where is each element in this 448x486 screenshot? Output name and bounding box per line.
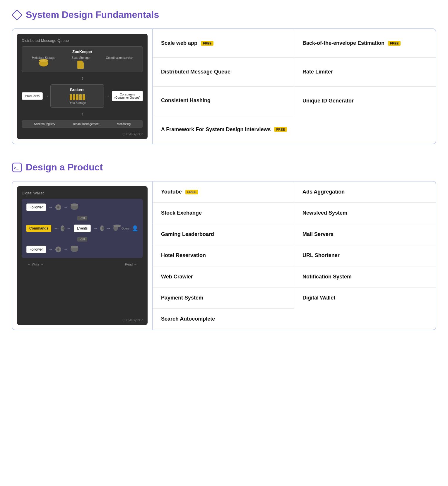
fundamentals-content-row: Distributed Message Queue ZooKeeper Meta… [12,28,436,144]
dw-row-3: Follower → → [26,246,138,253]
grid-item-unique-id[interactable]: Unique ID Generator [294,87,436,115]
mq-bars-icon [54,94,101,100]
grid-item-ads-aggregation[interactable]: Ads Aggregation [294,182,436,203]
mq-monitoring: Monitoring [117,122,131,126]
section-header-fundamentals: System Design Fundamentals [12,9,436,20]
section-title-fundamentals: System Design Fundamentals [26,9,159,20]
bar-1 [70,94,72,100]
section-header-product: >_ Design a Product [12,162,436,173]
dw-raft-label-2: Raft [77,237,87,242]
grid-item-youtube[interactable]: Youtube FREE [153,182,294,203]
grid-item-web-crawler[interactable]: Web Crawler [153,266,294,288]
mq-data-storage-label: Data Storage [54,101,101,105]
dw-arrow-c4: → [106,226,111,231]
arrow-down-1: ↕ [22,76,143,81]
dw-raft-1-container: Raft [26,215,138,220]
dw-arrow-c3: → [93,226,98,231]
arrow-down-2: ↕ [22,111,143,117]
mq-zk-items: Metadata Storage State Storage Coordin [25,56,140,69]
dw-follower-2: Follower [26,246,46,253]
grid-item-rate-limiter[interactable]: Rate Limiter [294,58,436,86]
bar-4 [79,94,82,100]
grid-item-url-shortener[interactable]: URL Shortener [294,245,436,266]
dw-follower-1: Follower [26,203,46,211]
bar-5 [83,94,85,100]
dw-arrow-c1: → [54,226,58,231]
svg-rect-0 [12,10,22,20]
mq-diagram-content: ZooKeeper Metadata Storage State Storage [22,46,143,128]
grid-item-notification-system[interactable]: Notification System [294,266,436,288]
mq-diagram-box: Distributed Message Queue ZooKeeper Meta… [17,34,148,139]
dw-write-label: ←Write→ [28,263,44,266]
fundamentals-items-grid: Scale web app FREE Back-of-the-envelope … [153,29,436,144]
grid-item-framework[interactable]: A Framework For System Design Interviews… [153,115,436,144]
grid-item-payment-system[interactable]: Payment System [153,288,294,309]
mq-diagram-panel: Distributed Message Queue ZooKeeper Meta… [12,29,153,144]
state-doc-icon [77,61,84,69]
grid-item-back-envelope[interactable]: Back-of-the-envelope Estimation FREE [294,29,436,58]
dw-db-3 [71,247,78,252]
terminal-icon: >_ [12,162,22,173]
dw-person-icon: 👤 [132,225,138,232]
dw-gear-1 [55,204,61,210]
dw-arrow-f2: → [64,205,68,210]
bar-2 [73,94,75,100]
mq-metadata-item: Metadata Storage [32,56,55,66]
dw-inner-box: Follower → → Raft [22,199,143,258]
grid-item-newsfeed-system[interactable]: Newsfeed System [294,203,436,224]
mq-schema-registry: Schema registry [34,122,55,126]
dw-db-2 [113,226,118,231]
grid-item-stock-exchange[interactable]: Stock Exchange [153,203,294,224]
dw-gear-2 [61,225,64,231]
grid-item-dmq[interactable]: Distributed Message Queue [153,58,294,86]
mq-watermark: ⬡ ByteByteGo [122,132,143,136]
dw-watermark: ⬡ ByteByteGo [122,318,143,322]
diamond-icon [12,10,22,20]
dw-arrow-f4: → [64,247,68,252]
dw-db-1 [71,205,78,210]
mq-arrow-1: → [45,94,49,98]
mq-brokers-box: Brokers Data Storage [50,84,104,108]
dw-diagram-panel: Digital Wallet Follower → → [12,182,153,330]
grid-item-hotel-reservation[interactable]: Hotel Reservation [153,245,294,266]
grid-item-digital-wallet[interactable]: Digital Wallet [294,288,436,309]
product-items-grid: Youtube FREE Ads Aggregation Stock Excha… [153,182,436,330]
mq-producers-node: Producers [22,92,43,100]
dw-gear-3 [100,225,104,231]
mq-diagram-title: Distributed Message Queue [22,38,143,43]
mq-consumers-node: Consumers (Consumer Groups) [112,91,143,101]
grid-item-search-autocomplete[interactable]: Search Autocomplete [153,309,436,329]
grid-item-mail-servers[interactable]: Mail Servers [294,224,436,245]
dw-arrow-f1: → [48,205,53,210]
dw-raft-2-container: Raft [26,236,138,242]
mq-bottom-bar: Schema registry Tenant management Monito… [22,120,143,128]
section-title-product: Design a Product [26,162,103,173]
grid-item-scale-web-app[interactable]: Scale web app FREE [153,29,294,58]
mq-flow-row: Producers → Brokers Data Storage [22,84,143,108]
dw-diagram-title: Digital Wallet [22,191,143,195]
product-content-row: Digital Wallet Follower → → [12,181,436,330]
section-fundamentals: System Design Fundamentals Distributed M… [12,9,436,144]
dw-gear-4 [55,247,61,252]
svg-text:>_: >_ [14,165,18,170]
dw-events-node: Events [74,225,91,232]
grid-item-gaming-leaderboard[interactable]: Gaming Leaderboard [153,224,294,245]
dw-bottom-labels: ←Write→ Read→ [22,260,143,266]
dw-read-label: Read→ [125,263,137,266]
mq-tenant-management: Tenant management [73,122,99,126]
dw-raft-label-1: Raft [77,216,87,220]
mq-arrow-2: → [106,94,110,98]
bar-3 [76,94,78,100]
metadata-cylinder-icon [39,61,48,66]
dw-arrow-c2: → [67,226,71,231]
mq-zookeeper-box: ZooKeeper Metadata Storage State Storage [22,46,143,72]
dw-row-1: Follower → → [26,203,138,211]
cylinder-top [39,59,48,62]
section-design-product: >_ Design a Product Digital Wallet Follo… [12,162,436,330]
grid-item-consistent-hashing[interactable]: Consistent Hashing [153,87,294,115]
mq-state-item: State Storage [72,56,90,69]
dw-diagram-box: Digital Wallet Follower → → [17,186,148,325]
dw-query-label: Query [122,227,129,230]
mq-zookeeper-title: ZooKeeper [25,49,140,54]
dw-row-2: Commands → → Events → → [26,225,138,232]
